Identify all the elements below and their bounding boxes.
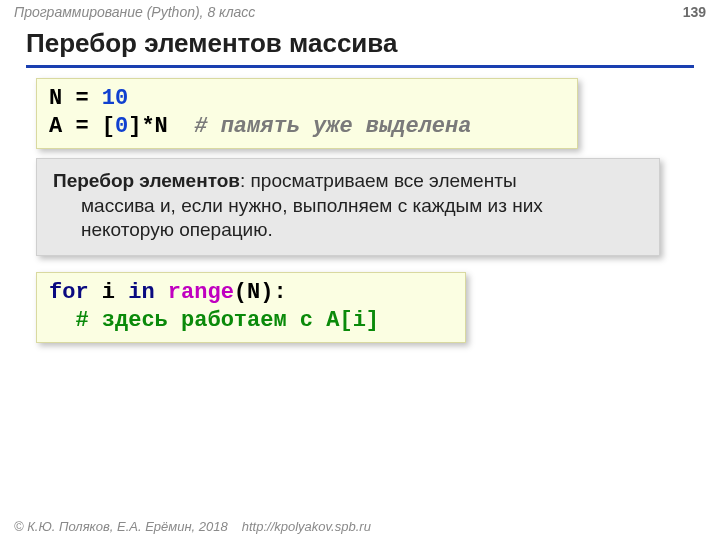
page-title: Перебор элементов массива bbox=[26, 28, 694, 61]
code-token: = bbox=[62, 86, 102, 111]
info-text: массива и, если нужно, выполняем с кажды… bbox=[53, 194, 643, 219]
code-builtin: range bbox=[168, 280, 234, 305]
code-comment: # здесь работаем с A[i] bbox=[49, 308, 379, 333]
info-text: : просматриваем все элементы bbox=[240, 170, 517, 191]
code-box-loop: for i in range(N): # здесь работаем с A[… bbox=[36, 272, 466, 343]
code-token: (N): bbox=[234, 280, 287, 305]
footer-copyright: © К.Ю. Поляков, Е.А. Ерёмин, 2018 bbox=[14, 519, 228, 534]
code-token: A bbox=[49, 114, 62, 139]
code-keyword: for bbox=[49, 280, 89, 305]
code-token: ]*N bbox=[128, 114, 168, 139]
footer-url: http://kpolyakov.spb.ru bbox=[242, 519, 371, 534]
code-token: [ bbox=[102, 114, 115, 139]
title-underline bbox=[26, 65, 694, 68]
code-keyword: in bbox=[128, 280, 154, 305]
code-token bbox=[155, 280, 168, 305]
slide-footer: © К.Ю. Поляков, Е.А. Ерёмин, 2018http://… bbox=[14, 519, 371, 534]
info-lead: Перебор элементов bbox=[53, 170, 240, 191]
code-token: 10 bbox=[102, 86, 128, 111]
code-token: N bbox=[49, 86, 62, 111]
course-label: Программирование (Python), 8 класс bbox=[14, 4, 255, 20]
code-token: i bbox=[89, 280, 129, 305]
info-box: Перебор элементов: просматриваем все эле… bbox=[36, 158, 660, 256]
title-block: Перебор элементов массива bbox=[26, 28, 694, 68]
page-number: 139 bbox=[683, 4, 706, 20]
info-text: некоторую операцию. bbox=[53, 218, 643, 243]
code-comment: # память уже выделена bbox=[168, 114, 472, 139]
code-token: 0 bbox=[115, 114, 128, 139]
slide-header: Программирование (Python), 8 класс 139 bbox=[0, 0, 720, 24]
code-box-declaration: N = 10 A = [0]*N # память уже выделена bbox=[36, 78, 578, 149]
code-token: = bbox=[62, 114, 102, 139]
